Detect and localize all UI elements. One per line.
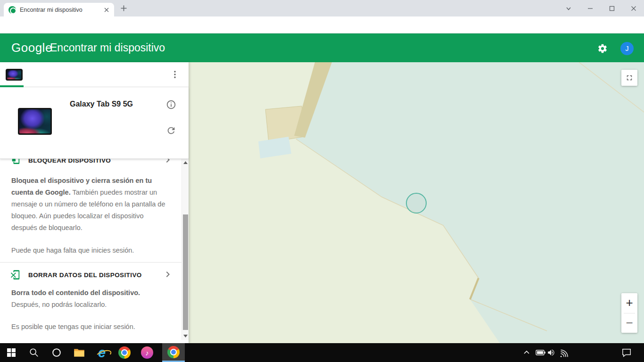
battery-icon bbox=[536, 349, 546, 356]
speaker-icon bbox=[547, 348, 555, 357]
itunes-logo-icon: ♪ bbox=[141, 346, 153, 359]
erase-description-bold: Borra todo el contenido del dispositivo. bbox=[11, 289, 140, 296]
file-explorer-button[interactable] bbox=[68, 343, 91, 362]
refresh-location-icon[interactable] bbox=[166, 125, 176, 136]
lock-device-description: Bloquea el dispositivo y cierra sesión e… bbox=[11, 175, 170, 234]
cortana-circle-icon bbox=[51, 347, 62, 358]
cortana-button[interactable] bbox=[45, 343, 68, 362]
start-button[interactable] bbox=[0, 343, 23, 362]
erase-device-row[interactable]: BORRAR DATOS DEL DISPOSITIVO bbox=[0, 269, 189, 286]
lock-chevron-right-icon bbox=[162, 159, 173, 165]
app-header: Google Encontrar mi dispositivo bbox=[0, 33, 644, 62]
tab-title: Encontrar mi dispositivo bbox=[20, 7, 103, 13]
tab-search-caret-icon[interactable] bbox=[559, 0, 578, 16]
erase-chevron-right-icon bbox=[162, 269, 173, 280]
folder-icon bbox=[73, 346, 85, 359]
action-center-button[interactable] bbox=[621, 343, 632, 362]
zoom-out-button[interactable]: − bbox=[621, 313, 637, 333]
erase-device-title: BORRAR DATOS DEL DISPOSITIVO bbox=[28, 272, 142, 279]
window-minimize-button[interactable] bbox=[581, 0, 600, 16]
device-info-icon[interactable] bbox=[166, 99, 176, 110]
device-image bbox=[18, 108, 52, 135]
panel-menu-dots-icon[interactable] bbox=[170, 69, 180, 80]
map-fullscreen-button[interactable] bbox=[621, 70, 637, 86]
fullscreen-icon bbox=[625, 74, 634, 82]
screen: Encontrar mi dispositivo bbox=[0, 0, 644, 362]
device-tab-bar bbox=[0, 62, 189, 87]
chevron-up-icon bbox=[522, 348, 531, 357]
tray-show-hidden-icons[interactable] bbox=[522, 343, 531, 362]
lock-device-title: BLOQUEAR DISPOSITIVO bbox=[28, 159, 111, 164]
tray-battery-icon[interactable] bbox=[536, 343, 546, 362]
device-card: Galaxy Tab S9 5G bbox=[0, 87, 189, 159]
google-logo: Google bbox=[11, 41, 52, 55]
chrome-active-button[interactable] bbox=[162, 343, 185, 362]
taskbar-search-button[interactable] bbox=[23, 343, 45, 362]
new-tab-button[interactable] bbox=[120, 4, 128, 12]
zoom-in-button[interactable]: + bbox=[621, 293, 637, 313]
account-avatar[interactable]: J bbox=[620, 42, 634, 55]
browser-tab-strip: Encontrar mi dispositivo bbox=[0, 0, 644, 16]
lock-device-icon bbox=[10, 159, 21, 165]
page-title: Encontrar mi dispositivo bbox=[50, 41, 165, 54]
chrome-logo-icon bbox=[118, 346, 131, 359]
erase-description-rest: Después, no podrás localizarlo. bbox=[11, 301, 107, 308]
device-panel: Galaxy Tab S9 5G BLOQUEAR DISPOSITIVO Bl… bbox=[0, 62, 189, 343]
erase-device-icon bbox=[10, 270, 21, 280]
windows-taskbar: e ♪ bbox=[0, 343, 644, 362]
window-close-button[interactable] bbox=[624, 0, 643, 16]
map-tiles bbox=[189, 62, 644, 343]
device-tab-thumbnail[interactable] bbox=[6, 69, 23, 81]
browser-toolbar: google.com/android/find?access_token=ya2… bbox=[0, 16, 644, 33]
window-maximize-button[interactable] bbox=[603, 0, 621, 16]
tab-close-icon[interactable] bbox=[103, 6, 110, 14]
map-canvas[interactable] bbox=[189, 62, 644, 343]
tray-volume-icon[interactable] bbox=[547, 343, 555, 362]
tray-network-icon[interactable] bbox=[559, 343, 568, 362]
scrollbar-up-arrow[interactable] bbox=[182, 159, 189, 166]
settings-gear-icon[interactable] bbox=[597, 43, 608, 54]
device-name: Galaxy Tab S9 5G bbox=[47, 100, 156, 108]
device-location-marker bbox=[406, 193, 426, 213]
erase-device-description: Borra todo el contenido del dispositivo.… bbox=[11, 287, 170, 311]
map-zoom-control: + − bbox=[621, 293, 637, 333]
lock-device-row[interactable]: BLOQUEAR DISPOSITIVO bbox=[0, 159, 189, 169]
section-divider bbox=[0, 262, 189, 263]
erase-signin-note: Es posible que tengas que iniciar sesión… bbox=[11, 323, 135, 330]
ie-logo-icon: e bbox=[98, 346, 106, 359]
find-my-device-favicon bbox=[8, 6, 16, 14]
actions-scroll-area: BLOQUEAR DISPOSITIVO Bloquea el disposit… bbox=[0, 159, 189, 340]
lock-signin-note: Puede que haga falta que inicies sesión. bbox=[11, 247, 134, 254]
scrollbar-down-arrow[interactable] bbox=[182, 332, 189, 340]
chrome-logo-icon bbox=[167, 346, 180, 358]
browser-tab[interactable]: Encontrar mi dispositivo bbox=[4, 3, 114, 16]
panel-scrollbar[interactable] bbox=[182, 159, 189, 340]
search-icon bbox=[29, 347, 39, 358]
itunes-button[interactable]: ♪ bbox=[136, 343, 158, 362]
internet-explorer-button[interactable]: e bbox=[91, 343, 113, 362]
windows-logo-icon bbox=[7, 348, 16, 357]
scrollbar-thumb[interactable] bbox=[183, 214, 188, 330]
chrome-pinned-button[interactable] bbox=[113, 343, 136, 362]
action-center-bubble-icon bbox=[621, 348, 632, 357]
wifi-signal-icon bbox=[559, 348, 568, 357]
